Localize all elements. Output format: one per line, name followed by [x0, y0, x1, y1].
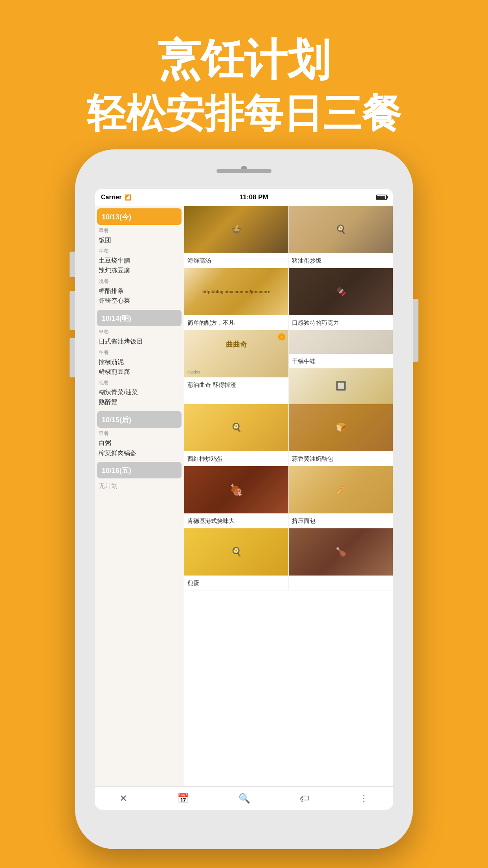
recipe-image-3: 🍫 [289, 268, 393, 315]
recipe-name-0: 海鲜高汤 [184, 253, 288, 268]
recipe-name-10: 煎蛋 [184, 576, 288, 590]
recipe-cell-11[interactable]: 🍗 [289, 528, 393, 590]
nav-calendar-button[interactable]: 📅 [169, 789, 197, 808]
volume-up-button[interactable] [70, 291, 75, 330]
meal-type-label: 晚餐 [99, 379, 180, 386]
recipe-cell-3[interactable]: 🍫 口感独特的巧克力 [289, 268, 393, 330]
recipe-cell-5[interactable]: 干锅牛蛙 🔲 [289, 330, 393, 404]
food-emoji-4: 曲曲奇 [226, 340, 247, 349]
recipe-name-6: 西红柿炒鸡蛋 [184, 451, 288, 466]
phone-screen: Carrier 📶 11:08 PM 10/13(今) 早餐 [95, 189, 393, 810]
header-section: 烹饪计划 轻松安排每日三餐 [0, 0, 488, 158]
bottom-nav: ✕ 📅 🔍 🏷 ⋮ [95, 786, 393, 810]
screen-content: 10/13(今) 早餐 饭团 午餐 土豆烧牛腩 辣炖冻豆腐 晚餐 糖醋排条 虾酱… [95, 206, 393, 786]
meal-item[interactable]: 虾酱空心菜 [99, 296, 180, 306]
recipe-cell-7[interactable]: 🍞 蒜香黄油奶酪包 [289, 404, 393, 466]
recipe-image-5 [289, 330, 393, 354]
meal-type-label: 午餐 [99, 248, 180, 255]
speaker [216, 169, 272, 173]
recipe-cell-8[interactable]: 🍖 肯德基港式烧味大 [184, 466, 289, 528]
meal-item: 无计划 [99, 481, 180, 491]
day-section-3: 10/16(五) 无计划 [95, 462, 184, 493]
right-panel[interactable]: 🍲 海鲜高汤 🍳 猪油蛋炒饭 [184, 206, 393, 786]
wifi-icon: 📶 [125, 194, 131, 200]
meal-item[interactable]: 糖醋排条 [99, 286, 180, 296]
meal-item[interactable]: 鲜椒煎豆腐 [99, 367, 180, 377]
food-emoji-9: 🥖 [336, 485, 346, 495]
carrier-label: Carrier [101, 194, 121, 201]
recipe-cell-1[interactable]: 🍳 猪油蛋炒饭 [289, 206, 393, 268]
meal-item[interactable]: 糊辣青菜/油菜 [99, 387, 180, 397]
food-emoji-3: 🍫 [336, 287, 346, 297]
food-emoji-11: 🍗 [336, 547, 346, 557]
status-left: Carrier 📶 [101, 194, 131, 201]
food-emoji-6: 🍳 [231, 423, 242, 433]
food-emoji-8: 🍖 [229, 484, 243, 497]
food-emoji-5: 🔲 [336, 381, 346, 391]
recipe-image-0: 🍲 [184, 206, 288, 253]
meal-item[interactable]: 榨菜鲜肉锅盔 [99, 448, 180, 458]
meal-item[interactable]: 辣炖冻豆腐 [99, 265, 180, 276]
recipe-image-7: 🍞 [289, 404, 393, 451]
day-header-1[interactable]: 10/14(明) [97, 310, 182, 326]
nav-close-button[interactable]: ✕ [112, 789, 135, 808]
recipe-name-4: 葱油曲奇 酥得掉渣 [184, 377, 288, 392]
recipe-image-5b: 🔲 [289, 368, 393, 404]
phone-wrapper: Carrier 📶 11:08 PM 10/13(今) 早餐 [75, 149, 413, 849]
recipe-name-2: 简单的配方，不凡 [184, 315, 288, 330]
food-emoji-1: 🍳 [336, 224, 346, 235]
recipe-image-10: 🍳 [184, 528, 288, 576]
meal-item[interactable]: 土豆烧牛腩 [99, 256, 180, 266]
day-header-2[interactable]: 10/15(后) [97, 411, 182, 428]
food-emoji-7: 🍞 [336, 423, 346, 433]
mute-button[interactable] [70, 252, 75, 277]
recipe-cell-9[interactable]: 🥖 挤压面包 [289, 466, 393, 528]
recipe-image-4: 曲曲奇 dasdas ⚡ [184, 330, 288, 377]
meal-type-label: 午餐 [99, 349, 180, 356]
recipe-image-6: 🍳 [184, 404, 288, 451]
meal-item[interactable]: 饭团 [99, 235, 180, 245]
meal-item[interactable]: 擂椒茄泥 [99, 357, 180, 367]
day-header-today[interactable]: 10/13(今) [97, 208, 182, 225]
phone-body: Carrier 📶 11:08 PM 10/13(今) 早餐 [75, 149, 413, 849]
meal-item[interactable]: 白粥 [99, 438, 180, 448]
meal-group-0-0: 早餐 饭团 午餐 土豆烧牛腩 辣炖冻豆腐 晚餐 糖醋排条 虾酱空心菜 [95, 227, 184, 307]
recipe-cell-10[interactable]: 🍳 煎蛋 [184, 528, 289, 590]
meal-item[interactable]: 日式酱油烤饭团 [99, 337, 180, 347]
tag-icon: 🏷 [300, 793, 309, 804]
nav-search-button[interactable]: 🔍 [231, 789, 258, 808]
left-panel[interactable]: 10/13(今) 早餐 饭团 午餐 土豆烧牛腩 辣炖冻豆腐 晚餐 糖醋排条 虾酱… [95, 206, 184, 786]
battery-icon [376, 195, 387, 200]
day-section-0: 10/13(今) 早餐 饭团 午餐 土豆烧牛腩 辣炖冻豆腐 晚餐 糖醋排条 虾酱… [95, 208, 184, 307]
recipe-cell-0[interactable]: 🍲 海鲜高汤 [184, 206, 289, 268]
day-section-2: 10/15(后) 早餐 白粥 榨菜鲜肉锅盔 [95, 411, 184, 460]
recipe-name-7: 蒜香黄油奶酪包 [289, 451, 393, 466]
meal-type-label: 早餐 [99, 329, 180, 336]
meal-group-2: 早餐 白粥 榨菜鲜肉锅盔 [95, 430, 184, 460]
meal-type-label: 早餐 [99, 430, 180, 437]
day-section-1: 10/14(明) 早餐 日式酱油烤饭团 午餐 擂椒茄泥 鲜椒煎豆腐 晚餐 糊辣青… [95, 310, 184, 409]
recipe-name-11 [289, 576, 393, 582]
recipe-cell-2[interactable]: http://blog.sina.com.cn/junsmore 简单的配方，不… [184, 268, 289, 330]
recipe-name-3: 口感独特的巧克力 [289, 315, 393, 330]
meal-group-3: 无计划 [95, 481, 184, 493]
food-emoji-0: 🍲 [231, 224, 242, 235]
recipe-name-1: 猪油蛋炒饭 [289, 253, 393, 268]
volume-down-button[interactable] [70, 338, 75, 377]
meal-item[interactable]: 熟醉蟹 [99, 397, 180, 407]
recipe-image-9: 🥖 [289, 466, 393, 513]
recipe-image-11: 🍗 [289, 528, 393, 576]
meal-group-1: 早餐 日式酱油烤饭团 午餐 擂椒茄泥 鲜椒煎豆腐 晚餐 糊辣青菜/油菜 熟醉蟹 [95, 329, 184, 409]
nav-tag-button[interactable]: 🏷 [292, 789, 317, 808]
day-header-3[interactable]: 10/16(五) [97, 462, 182, 478]
power-button[interactable] [413, 299, 418, 362]
recipe-name-5: 干锅牛蛙 [289, 354, 393, 368]
recipe-cell-6[interactable]: 🍳 西红柿炒鸡蛋 [184, 404, 289, 466]
food-emoji-10: 🍳 [231, 547, 242, 557]
nav-more-button[interactable]: ⋮ [351, 789, 376, 808]
meal-type-label: 晚餐 [99, 278, 180, 285]
recipe-name-8: 肯德基港式烧味大 [184, 513, 288, 528]
recipe-cell-4[interactable]: 曲曲奇 dasdas ⚡ 葱油曲奇 酥得掉渣 [184, 330, 289, 404]
recipe-image-1: 🍳 [289, 206, 393, 253]
recipe-image-8: 🍖 [184, 466, 288, 513]
